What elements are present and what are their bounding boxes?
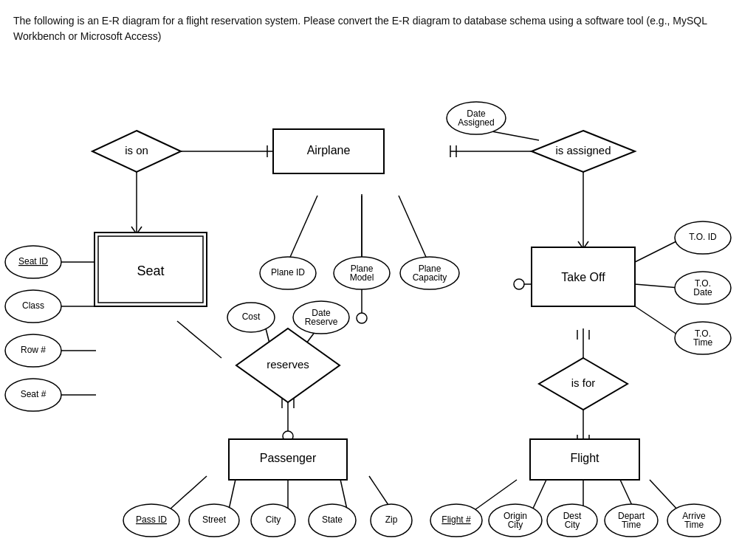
svg-text:Take Off: Take Off (561, 271, 605, 283)
todate-attribute: T.O. Date (675, 272, 731, 304)
svg-text:Seat #: Seat # (21, 389, 47, 399)
ison-relationship: is on (92, 131, 181, 172)
totime-attribute: T.O. Time (675, 322, 731, 354)
seatid-attribute: Seat ID (5, 246, 61, 278)
origincity-attribute: Origin City (489, 504, 542, 537)
svg-line-20 (288, 196, 317, 262)
svg-text:is on: is on (125, 144, 148, 156)
svg-text:Airplane: Airplane (307, 144, 351, 156)
svg-line-39 (635, 240, 679, 262)
isassigned-relationship: is assigned (532, 131, 635, 172)
svg-line-32 (340, 476, 347, 509)
svg-text:Plane ID: Plane ID (271, 267, 305, 278)
row-attribute: Row # (5, 334, 61, 367)
svg-line-30 (229, 476, 236, 509)
svg-text:City: City (508, 520, 523, 530)
svg-text:T.O. ID: T.O. ID (689, 232, 717, 242)
zip-attribute: Zip (371, 504, 412, 537)
planemodel-attribute: Plane Model (334, 257, 390, 289)
svg-line-41 (635, 306, 679, 336)
svg-point-12 (357, 313, 367, 323)
svg-line-46 (532, 480, 546, 512)
svg-text:Flight: Flight (570, 452, 599, 464)
datereserved-attribute: Date Reserve (293, 301, 349, 334)
svg-text:Seat ID: Seat ID (18, 256, 48, 266)
svg-point-38 (514, 279, 524, 289)
description-text: The following is an E-R diagram for a fl… (13, 13, 743, 44)
svg-text:Time: Time (684, 520, 704, 530)
seat-entity: Seat (94, 233, 207, 306)
planecapacity-attribute: Plane Capacity (400, 257, 459, 289)
svg-text:Reserve: Reserve (305, 317, 338, 327)
flight-entity: Flight (530, 439, 639, 480)
svg-text:reserves: reserves (267, 358, 309, 371)
svg-text:State: State (322, 514, 343, 525)
airplane-entity: Airplane (273, 129, 384, 173)
flightnum-attribute: Flight # (430, 504, 482, 537)
city-attribute: City (251, 504, 295, 537)
state-attribute: State (309, 504, 356, 537)
svg-text:Capacity: Capacity (413, 272, 447, 283)
svg-text:Time: Time (622, 520, 642, 530)
svg-text:Class: Class (22, 300, 44, 311)
svg-text:Date: Date (693, 287, 712, 297)
arrivetime-attribute: Arrive Time (667, 504, 721, 537)
svg-text:Assigned: Assigned (458, 117, 494, 128)
svg-text:Model: Model (350, 272, 374, 283)
svg-line-29 (170, 476, 207, 509)
er-diagram: Airplane Seat Take Off Passenger Flight … (0, 63, 756, 543)
svg-text:Cost: Cost (242, 311, 261, 322)
svg-text:Time: Time (693, 337, 713, 348)
svg-line-10 (177, 321, 221, 358)
svg-line-22 (399, 196, 428, 262)
class-attribute: Class (5, 290, 61, 323)
svg-text:City: City (565, 520, 580, 530)
destcity-attribute: Dest City (547, 504, 597, 537)
passid-attribute: Pass ID (123, 504, 179, 537)
svg-line-40 (635, 284, 679, 288)
planeid-attribute: Plane ID (260, 257, 316, 289)
svg-line-49 (650, 480, 679, 512)
svg-text:Row #: Row # (21, 345, 46, 355)
street-attribute: Street (189, 504, 239, 537)
svg-text:City: City (266, 514, 281, 525)
dateassigned-attribute: Date Assigned (447, 102, 506, 134)
svg-text:is assigned: is assigned (555, 144, 611, 156)
svg-text:Street: Street (202, 514, 227, 525)
svg-text:Passenger: Passenger (260, 452, 317, 464)
departtime-attribute: Depart Time (605, 504, 658, 537)
seatnum-attribute: Seat # (5, 379, 61, 411)
svg-text:Pass ID: Pass ID (136, 514, 167, 525)
svg-text:Seat: Seat (137, 264, 164, 278)
svg-text:Zip: Zip (385, 514, 398, 525)
reserves-relationship: reserves (236, 328, 340, 402)
takeoff-entity: Take Off (532, 247, 635, 306)
toid-attribute: T.O. ID (675, 221, 731, 254)
svg-text:Flight #: Flight # (441, 514, 471, 525)
isfor-relationship: is for (539, 358, 628, 410)
svg-text:is for: is for (571, 376, 596, 389)
cost-attribute: Cost (227, 303, 275, 332)
passenger-entity: Passenger (229, 439, 347, 480)
